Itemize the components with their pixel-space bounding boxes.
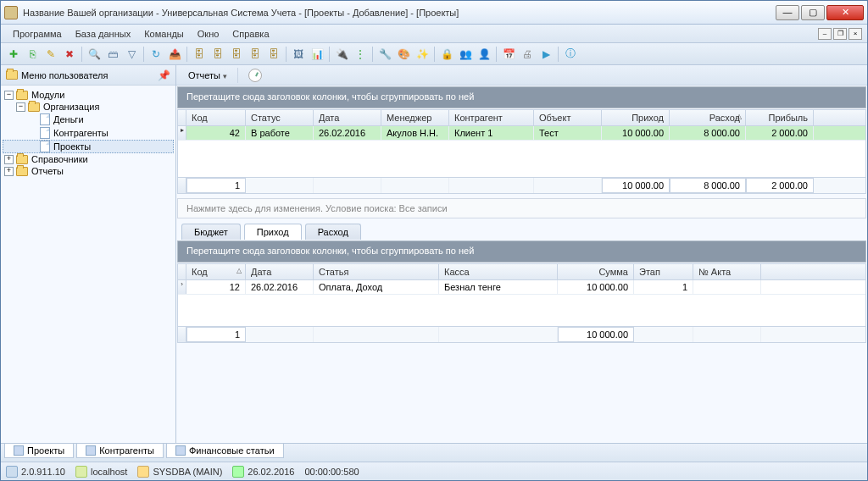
tree-reports[interactable]: + Отчеты: [3, 165, 174, 177]
tree-modules[interactable]: − Модули: [3, 89, 174, 101]
clock-icon[interactable]: [248, 69, 262, 82]
tool-db1[interactable]: 🗄: [191, 46, 208, 63]
doc-tab-finance[interactable]: Финансовые статьи: [166, 444, 284, 458]
minimize-button[interactable]: —: [776, 5, 799, 20]
dcol-stage[interactable]: Этап: [634, 264, 693, 279]
collapse-icon[interactable]: −: [4, 91, 14, 100]
collapse-icon[interactable]: −: [16, 102, 25, 112]
dcol-kod[interactable]: Код△: [186, 264, 246, 279]
tool-db3[interactable]: 🗄: [228, 46, 245, 63]
col-object[interactable]: Объект: [534, 110, 602, 125]
tool-calendar[interactable]: 📅: [500, 46, 517, 63]
tool-tree[interactable]: ⋮: [352, 46, 369, 63]
dcol-date[interactable]: Дата: [246, 264, 314, 279]
dcol-kassa[interactable]: Касса: [439, 264, 558, 279]
tool-edit[interactable]: ✎: [42, 46, 59, 63]
tool-delete[interactable]: ✖: [61, 46, 78, 63]
tool-plugin[interactable]: 🔌: [333, 46, 350, 63]
menu-window[interactable]: Окно: [191, 27, 226, 41]
sort-asc-icon: △: [236, 267, 242, 274]
tree-contractors[interactable]: Контрагенты: [3, 126, 174, 140]
tree-projects[interactable]: Проекты: [3, 140, 174, 153]
tool-db5[interactable]: 🗄: [265, 46, 282, 63]
tool-wrench[interactable]: 🔧: [376, 46, 393, 63]
tool-copy[interactable]: ⎘: [24, 46, 41, 63]
tool-add[interactable]: ✚: [5, 46, 22, 63]
folder-open-icon: [28, 102, 40, 112]
folder-icon: [16, 167, 28, 176]
tool-lock[interactable]: 🔒: [438, 46, 455, 63]
folder-icon: [6, 70, 18, 80]
mdi-minimize[interactable]: –: [818, 28, 832, 40]
dcol-act[interactable]: № Акта: [693, 264, 761, 279]
page-icon: [175, 445, 186, 456]
nav-tree: − Модули − Организация Деньги: [1, 86, 175, 180]
tool-refresh[interactable]: ↻: [147, 46, 164, 63]
col-status[interactable]: Статус: [246, 110, 314, 125]
expand-icon[interactable]: +: [4, 155, 14, 164]
mdi-restore[interactable]: ❐: [833, 28, 847, 40]
tool-db2[interactable]: 🗄: [209, 46, 226, 63]
close-button[interactable]: ✕: [826, 5, 864, 20]
dcol-sum[interactable]: Сумма: [558, 264, 634, 279]
col-income[interactable]: Приход: [602, 110, 670, 125]
server-icon: [75, 466, 87, 478]
tool-db4[interactable]: 🗄: [247, 46, 264, 63]
tool-export1[interactable]: 📤: [166, 46, 183, 63]
col-date[interactable]: Дата: [314, 110, 381, 125]
tool-info[interactable]: ⓘ: [562, 46, 579, 63]
tool-search[interactable]: 🔍: [86, 46, 103, 63]
col-manager[interactable]: Менеджер: [381, 110, 449, 125]
reports-bar: Отчеты: [176, 65, 867, 86]
content-pane: Отчеты Перетащите сюда заголовок колонки…: [176, 65, 867, 443]
menu-program[interactable]: Программа: [6, 27, 69, 41]
page-icon: [86, 445, 96, 456]
expand-icon[interactable]: +: [4, 167, 14, 176]
col-expense[interactable]: Расход△: [670, 110, 746, 125]
tool-chart[interactable]: 📊: [309, 46, 326, 63]
sidebar: Меню пользователя 📌 − Модули − Организац…: [1, 65, 176, 443]
app-icon: [4, 6, 18, 19]
pin-icon[interactable]: 📌: [158, 69, 170, 81]
dcol-article[interactable]: Статья: [314, 264, 439, 279]
tool-image[interactable]: 🖼: [290, 46, 307, 63]
tree-organization[interactable]: − Организация: [3, 101, 174, 113]
filter-condition[interactable]: Нажмите здесь для изменения. Условие пои…: [177, 198, 866, 218]
status-version: 2.0.911.10: [21, 467, 65, 477]
tool-print[interactable]: 🖨: [519, 46, 536, 63]
menu-help[interactable]: Справка: [225, 27, 275, 41]
table-row[interactable]: › 12 26.02.2016 Оплата, Доход Безнал тен…: [178, 280, 865, 295]
toolbar: ✚ ⎘ ✎ ✖ 🔍 🗃 ▽ ↻ 📤 🗄 🗄 🗄 🗄 🗄 🖼 📊 🔌 ⋮ 🔧 🎨 …: [1, 43, 867, 65]
page-icon: [40, 127, 50, 139]
maximize-button[interactable]: ▢: [801, 5, 825, 20]
tool-users[interactable]: 👥: [457, 46, 474, 63]
mdi-close[interactable]: ×: [849, 28, 862, 40]
tool-user[interactable]: 👤: [476, 46, 492, 63]
table-row[interactable]: ▸ 42 В работе 26.02.2016 Акулов Н.Н. Кли…: [178, 126, 865, 141]
grid-body-scroll[interactable]: ▸ 42 В работе 26.02.2016 Акулов Н.Н. Кли…: [178, 126, 865, 177]
tool-wand[interactable]: ✨: [414, 46, 431, 63]
tool-palette[interactable]: 🎨: [395, 46, 412, 63]
detail-grid-scroll[interactable]: › 12 26.02.2016 Оплата, Доход Безнал тен…: [178, 280, 865, 326]
col-profit[interactable]: Прибыль: [746, 110, 814, 125]
menu-database[interactable]: База данных: [69, 27, 138, 41]
tab-expense[interactable]: Расход: [305, 224, 361, 240]
tree-refs[interactable]: + Справочники: [3, 153, 174, 165]
group-by-hint-lower[interactable]: Перетащите сюда заголовок колонки, чтобы…: [177, 240, 866, 263]
doc-tab-projects[interactable]: Проекты: [4, 444, 74, 458]
page-icon: [40, 113, 50, 125]
group-by-hint[interactable]: Перетащите сюда заголовок колонки, чтобы…: [177, 86, 866, 108]
status-date: 26.02.2016: [248, 467, 294, 477]
tool-play[interactable]: ▶: [537, 46, 554, 63]
row-indicator: ▸: [178, 126, 186, 140]
tool-funnel[interactable]: ▽: [123, 46, 140, 63]
menu-commands[interactable]: Команды: [137, 27, 191, 41]
col-contractor[interactable]: Контрагент: [449, 110, 534, 125]
tab-income[interactable]: Приход: [244, 224, 302, 240]
reports-dropdown[interactable]: Отчеты: [181, 69, 234, 82]
tool-filter-db[interactable]: 🗃: [104, 46, 121, 63]
tab-budget[interactable]: Бюджет: [181, 224, 241, 240]
col-kod[interactable]: Код: [186, 110, 246, 125]
doc-tab-contractors[interactable]: Контрагенты: [76, 444, 164, 458]
tree-money[interactable]: Деньги: [3, 113, 174, 126]
